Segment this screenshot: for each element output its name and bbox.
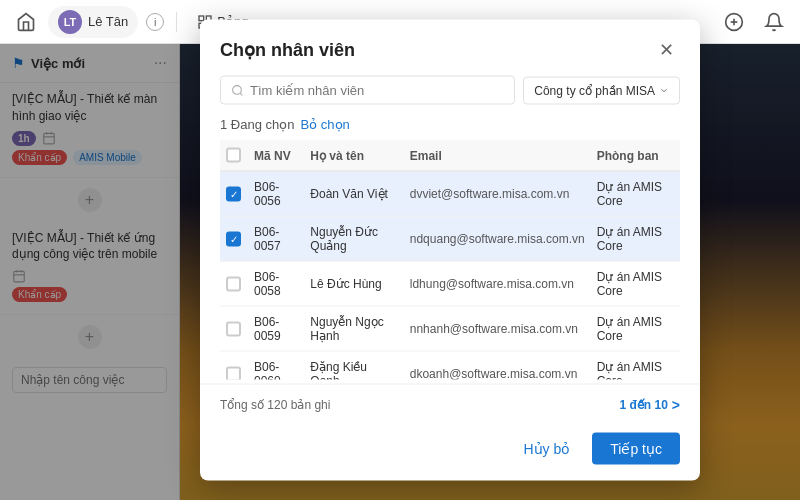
cancel-button[interactable]: Hủy bỏ	[511, 435, 582, 463]
checkbox-header	[220, 140, 248, 172]
row-name: Đặng Kiều Oanh	[304, 351, 403, 380]
info-icon[interactable]: i	[146, 13, 164, 31]
row-name: Nguyễn Đức Quảng	[304, 216, 403, 261]
clear-selection-link[interactable]: Bỏ chọn	[301, 117, 350, 132]
row-checkbox[interactable]	[226, 276, 241, 291]
page-info: 1 đến 10	[619, 398, 667, 412]
modal-title: Chọn nhân viên	[220, 39, 355, 61]
topbar-right	[720, 8, 788, 36]
row-checkbox-cell	[220, 216, 248, 261]
row-checkbox[interactable]	[226, 366, 241, 380]
row-email: nnhanh@software.misa.com.vn	[404, 306, 591, 351]
table-row[interactable]: B06-0057 Nguyễn Đức Quảng ndquang@softwa…	[220, 216, 680, 261]
table-row[interactable]: B06-0060 Đặng Kiều Oanh dkoanh@software.…	[220, 351, 680, 380]
total-records: Tổng số 120 bản ghi	[220, 398, 330, 412]
modal-close-button[interactable]: ✕	[652, 36, 680, 64]
search-icon	[231, 83, 244, 97]
employee-table-wrap: Mã NV Họ và tên Email Phòng ban B06-0056…	[200, 140, 700, 380]
row-email: dkoanh@software.misa.com.vn	[404, 351, 591, 380]
home-icon[interactable]	[12, 8, 40, 36]
select-all-checkbox[interactable]	[226, 148, 241, 163]
continue-button[interactable]: Tiếp tục	[592, 433, 680, 465]
add-icon[interactable]	[720, 8, 748, 36]
table-header-row: Mã NV Họ và tên Email Phòng ban	[220, 140, 680, 172]
row-email: dvviet@software.misa.com.vn	[404, 171, 591, 216]
company-label: Công ty cổ phần MISA	[534, 83, 655, 97]
avatar: LT	[58, 10, 82, 34]
modal-info-row: 1 Đang chọn Bỏ chọn	[200, 117, 700, 140]
search-input[interactable]	[250, 83, 504, 98]
table-row[interactable]: B06-0058 Lê Đức Hùng ldhung@software.mis…	[220, 261, 680, 306]
employee-table: Mã NV Họ và tên Email Phòng ban B06-0056…	[220, 140, 680, 380]
row-name: Lê Đức Hùng	[304, 261, 403, 306]
row-checkbox[interactable]	[226, 186, 241, 201]
chevron-down-icon	[659, 85, 669, 95]
row-code: B06-0058	[248, 261, 304, 306]
row-checkbox[interactable]	[226, 231, 241, 246]
modal-footer: Tổng số 120 bản ghi 1 đến 10 >	[200, 384, 700, 425]
table-row[interactable]: B06-0056 Đoàn Văn Việt dvviet@software.m…	[220, 171, 680, 216]
row-code: B06-0060	[248, 351, 304, 380]
modal-search-row: Công ty cổ phần MISA	[200, 76, 700, 117]
row-dept: Dự án AMIS Core	[591, 261, 680, 306]
selected-count: 1 Đang chọn	[220, 117, 295, 132]
row-dept: Dự án AMIS Core	[591, 171, 680, 216]
row-dept: Dự án AMIS Core	[591, 216, 680, 261]
col-email: Email	[404, 140, 591, 172]
search-box	[220, 76, 515, 105]
row-dept: Dự án AMIS Core	[591, 306, 680, 351]
row-checkbox-cell	[220, 261, 248, 306]
user-name: Lê Tân	[88, 14, 128, 29]
user-menu[interactable]: LT Lê Tân	[48, 6, 138, 38]
row-checkbox-cell	[220, 351, 248, 380]
notification-icon[interactable]	[760, 8, 788, 36]
row-email: ndquang@software.misa.com.vn	[404, 216, 591, 261]
next-page-button[interactable]: >	[672, 397, 680, 413]
modal-header: Chọn nhân viên ✕	[200, 20, 700, 76]
company-select[interactable]: Công ty cổ phần MISA	[523, 76, 680, 104]
table-row[interactable]: B06-0059 Nguyễn Ngọc Hạnh nnhanh@softwar…	[220, 306, 680, 351]
employee-select-modal: Chọn nhân viên ✕ Công ty cổ phần MISA 1 …	[200, 20, 700, 481]
col-code: Mã NV	[248, 140, 304, 172]
svg-line-16	[240, 93, 242, 95]
row-code: B06-0056	[248, 171, 304, 216]
row-dept: Dự án AMIS Core	[591, 351, 680, 380]
row-checkbox-cell	[220, 171, 248, 216]
row-name: Đoàn Văn Việt	[304, 171, 403, 216]
divider	[176, 12, 177, 32]
col-dept: Phòng ban	[591, 140, 680, 172]
pagination: 1 đến 10 >	[619, 397, 680, 413]
svg-rect-0	[199, 16, 204, 21]
row-name: Nguyễn Ngọc Hạnh	[304, 306, 403, 351]
row-code: B06-0059	[248, 306, 304, 351]
row-email: ldhung@software.misa.com.vn	[404, 261, 591, 306]
row-checkbox-cell	[220, 306, 248, 351]
modal-actions: Hủy bỏ Tiếp tục	[200, 425, 700, 481]
col-name: Họ và tên	[304, 140, 403, 172]
row-checkbox[interactable]	[226, 321, 241, 336]
row-code: B06-0057	[248, 216, 304, 261]
svg-point-15	[233, 85, 242, 94]
